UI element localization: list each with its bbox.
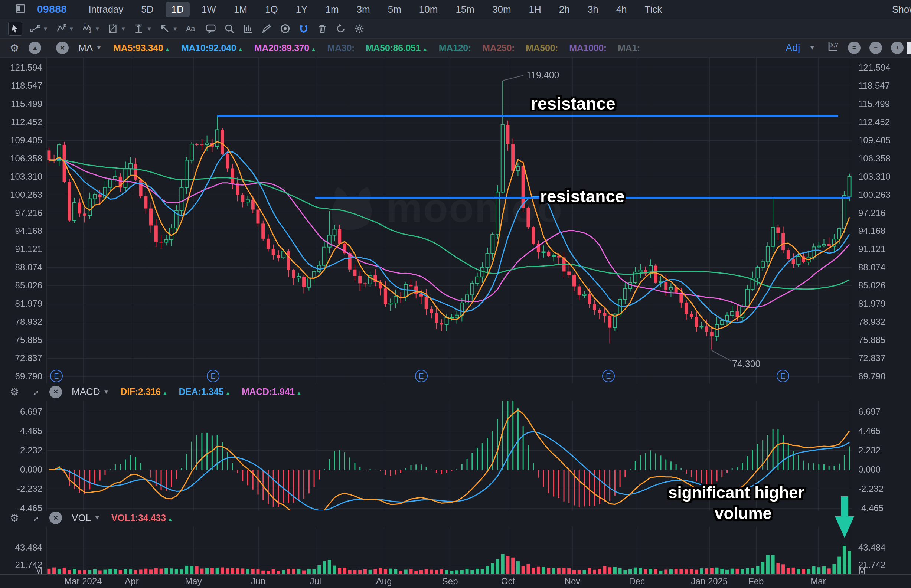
macd-indicator-name[interactable]: MACD <box>72 386 100 397</box>
zoom-in-icon[interactable]: + <box>891 42 904 54</box>
tab-3m[interactable]: 3m <box>351 2 376 17</box>
ma-legend-item-7[interactable]: MA500: <box>526 43 558 53</box>
wave-count-tool[interactable]: 31▼ <box>82 23 100 34</box>
tab-1Y[interactable]: 1Y <box>290 2 314 17</box>
tab-4h[interactable]: 4h <box>610 2 633 17</box>
svg-text:X,Y: X,Y <box>830 42 838 48</box>
settings-tool[interactable] <box>354 23 365 34</box>
resistance-line-upper[interactable] <box>217 115 838 117</box>
vol-legend-item-0[interactable]: VOL1:34.433▲ <box>111 513 173 523</box>
earnings-marker[interactable]: E <box>602 370 615 382</box>
tab-1m[interactable]: 1m <box>319 2 344 17</box>
circle-tool[interactable] <box>279 23 291 34</box>
comment-tool[interactable] <box>205 23 216 34</box>
macd-legend-item-1[interactable]: DEA:1.345▲ <box>179 386 231 397</box>
volume-highlight-arrow-icon <box>833 496 856 539</box>
ma-legend-item-6[interactable]: MA250: <box>482 43 515 53</box>
sidebar-toggle-icon[interactable] <box>15 3 26 16</box>
ma-legend-item-2[interactable]: MA20:89.370▲ <box>254 43 316 53</box>
tab-1D[interactable]: 1D <box>166 2 190 17</box>
macd-legend-item-2[interactable]: MACD:1.941▲ <box>242 386 301 397</box>
tab-15m[interactable]: 15m <box>449 2 480 17</box>
zoom-out-icon[interactable]: − <box>869 42 882 54</box>
tab-1M[interactable]: 1M <box>228 2 253 17</box>
earnings-marker[interactable]: E <box>415 370 428 382</box>
ma-legend-row: ⚙ ▲ ✕ MA ▼ MA5:93.340▲MA10:92.040▲MA20:8… <box>0 39 911 58</box>
wave-count-tool-caret-icon[interactable]: ▼ <box>95 26 100 32</box>
tab-10m[interactable]: 10m <box>413 2 444 17</box>
measure-tool[interactable] <box>242 23 254 34</box>
adjustment-dropdown[interactable]: Adj <box>785 42 800 54</box>
x-axis-month-label: Mar <box>788 576 848 586</box>
polyline-tool[interactable]: ▼ <box>56 23 74 34</box>
text-tool[interactable]: Aa <box>185 23 198 34</box>
tab-Intraday[interactable]: Intraday <box>82 2 129 17</box>
arrow-tool[interactable]: ▼ <box>159 23 178 34</box>
vol-settings-gear-icon[interactable]: ⚙ <box>10 512 19 524</box>
macd-chevron-down-icon[interactable]: ▼ <box>103 388 110 396</box>
macd-legend-item-0[interactable]: DIF:2.316▲ <box>121 386 168 397</box>
tab-30m[interactable]: 30m <box>486 2 517 17</box>
price-range-tool[interactable]: ▼ <box>133 23 152 34</box>
line-segment-tool-caret-icon[interactable]: ▼ <box>43 26 48 32</box>
earnings-marker[interactable]: E <box>207 370 220 382</box>
up-triangle-icon: ▲ <box>165 46 170 52</box>
refresh-tool[interactable] <box>335 23 346 34</box>
tab-1W[interactable]: 1W <box>195 2 222 17</box>
vol-indicator-name[interactable]: VOL <box>72 512 91 524</box>
ma-settings-gear-icon[interactable]: ⚙ <box>10 42 19 54</box>
pattern-tool[interactable]: ▼ <box>108 23 126 34</box>
earnings-marker[interactable]: E <box>777 370 789 382</box>
svg-text:1: 1 <box>84 23 86 27</box>
tab-Tick[interactable]: Tick <box>639 2 668 17</box>
axis-xy-icon[interactable]: X,Y <box>826 40 839 55</box>
ma-chevron-down-icon[interactable]: ▼ <box>96 44 102 52</box>
remove-ma-icon[interactable]: ✕ <box>56 42 69 54</box>
ma-legend-item-0[interactable]: MA5:93.340▲ <box>113 43 170 53</box>
trough-price-label: 74.300 <box>732 359 760 369</box>
up-triangle-icon: ▲ <box>237 46 243 52</box>
tab-5m[interactable]: 5m <box>382 2 407 17</box>
collapse-panel-icon[interactable]: ▲ <box>29 42 41 54</box>
remove-vol-icon[interactable]: ✕ <box>49 512 62 524</box>
pattern-tool-caret-icon[interactable]: ▼ <box>121 26 126 32</box>
ma-legend-item-4[interactable]: MA50:86.051▲ <box>366 43 428 53</box>
vol-chevron-down-icon[interactable]: ▼ <box>94 514 100 522</box>
tab-2h[interactable]: 2h <box>553 2 576 17</box>
magnet-tool[interactable] <box>298 23 309 34</box>
ma-legend-item-3[interactable]: MA30: <box>328 43 355 53</box>
delete-tool[interactable] <box>317 23 328 34</box>
adj-chevron-down-icon[interactable]: ▼ <box>809 44 815 52</box>
volume-chart-canvas[interactable] <box>0 527 911 575</box>
main-chart-canvas[interactable] <box>0 39 911 384</box>
macd-settings-gear-icon[interactable]: ⚙ <box>10 386 19 398</box>
x-axis-month-label: Sep <box>420 576 480 586</box>
tab-1H[interactable]: 1H <box>523 2 547 17</box>
ma-legend-item-8[interactable]: MA1000: <box>569 43 607 53</box>
macd-expand-icon[interactable]: ↔ <box>27 384 42 399</box>
show-more-link[interactable]: Show <box>892 4 911 15</box>
tab-5D[interactable]: 5D <box>135 2 159 17</box>
ma-legend-item-5[interactable]: MA120: <box>439 43 471 53</box>
timeframe-tabs: Intraday5D1D1W1M1Q1Y1m3m5m10m15m30m1H2h3… <box>79 2 671 17</box>
auto-scale-icon[interactable]: = <box>848 42 861 54</box>
vol-expand-icon[interactable]: ↔ <box>27 510 42 525</box>
brush-tool[interactable] <box>261 23 272 34</box>
tab-3h[interactable]: 3h <box>582 2 604 17</box>
edge-clipped-control[interactable] <box>906 42 911 54</box>
price-range-tool-caret-icon[interactable]: ▼ <box>146 26 152 32</box>
symbol-code[interactable]: 09888 <box>37 3 67 15</box>
earnings-marker[interactable]: E <box>50 370 63 382</box>
cursor-tool[interactable] <box>8 21 22 36</box>
tab-1Q[interactable]: 1Q <box>259 2 284 17</box>
arrow-tool-caret-icon[interactable]: ▼ <box>172 26 178 32</box>
ma-indicator-name[interactable]: MA <box>78 42 93 54</box>
polyline-tool-caret-icon[interactable]: ▼ <box>69 26 74 32</box>
line-segment-tool[interactable]: ▼ <box>30 23 48 34</box>
ma-legend-item-1[interactable]: MA10:92.040▲ <box>181 43 243 53</box>
zoom-tool[interactable] <box>224 23 235 34</box>
svg-text:3: 3 <box>88 29 91 34</box>
ma-legend-item-9[interactable]: MA1: <box>618 43 640 53</box>
chart-area: moomoo 121.594121.594118.547118.547115.4… <box>0 39 911 588</box>
remove-macd-icon[interactable]: ✕ <box>49 386 62 398</box>
